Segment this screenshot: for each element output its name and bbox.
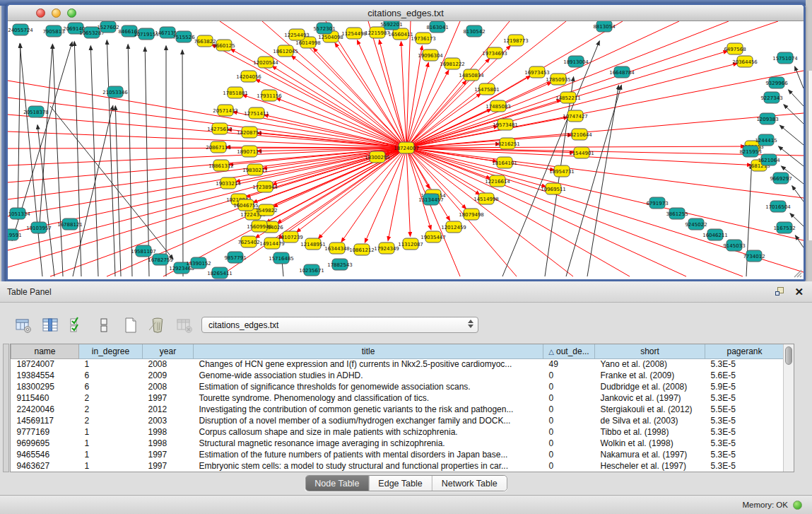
table-cell[interactable]: 0 <box>543 404 595 415</box>
graph-edge[interactable] <box>8 148 406 182</box>
table-cell[interactable]: 1997 <box>143 460 194 472</box>
table-cell[interactable]: Structural magnetic resonance image aver… <box>194 438 543 449</box>
graph-node[interactable]: 19734693 <box>482 47 507 59</box>
table-cell[interactable]: 2008 <box>143 358 194 370</box>
table-cell[interactable]: Embryonic stem cells: a model to study s… <box>194 460 543 472</box>
graph-edge[interactable] <box>335 43 406 148</box>
graph-node[interactable]: 8813054 <box>593 21 616 32</box>
graph-edge[interactable] <box>8 98 406 148</box>
graph-edge[interactable] <box>20 44 42 276</box>
table-cell[interactable]: 1997 <box>143 449 194 460</box>
table-settings-icon[interactable] <box>14 316 32 334</box>
graph-node[interactable]: 1167532 <box>773 222 795 233</box>
close-panel-icon[interactable]: ✕ <box>794 286 804 297</box>
table-cell[interactable]: Investigating the contribution of common… <box>194 404 543 415</box>
table-cell[interactable]: Genome-wide association studies in ADHD. <box>194 370 543 381</box>
table-cell[interactable]: Changes of HCN gene expression and I(f) … <box>194 358 543 370</box>
graph-node[interactable]: 12012459 <box>441 221 466 233</box>
graph-node[interactable]: 12216614 <box>485 175 510 187</box>
table-cell[interactable]: 2 <box>79 404 143 415</box>
graph-node[interactable]: 7905813 <box>42 25 64 37</box>
graph-node[interactable]: 9329966 <box>765 77 788 88</box>
table-cell[interactable]: 1 <box>79 426 143 438</box>
graph-node[interactable]: 16344348 <box>324 243 350 254</box>
graph-node[interactable]: 16648784 <box>609 66 635 78</box>
graph-node[interactable]: 9245022 <box>685 218 707 230</box>
table-cell[interactable]: 9777169 <box>11 426 79 438</box>
window-resize-grip[interactable] <box>792 268 803 279</box>
graph-edge[interactable] <box>256 80 406 148</box>
table-row[interactable]: 1872400712008Changes of HCN gene express… <box>11 358 784 370</box>
graph-node[interactable]: 18861312 <box>208 160 234 171</box>
table-cell[interactable]: 5.9E-5 <box>705 381 784 392</box>
graph-edge[interactable] <box>74 42 81 276</box>
column-visibility-icon[interactable] <box>41 316 59 334</box>
graph-node[interactable]: 19581107 <box>131 245 156 257</box>
table-cell[interactable]: 18724007 <box>11 358 79 370</box>
table-cell[interactable]: 0 <box>543 460 595 472</box>
table-row[interactable]: 1456911722003Disruption of a novel membe… <box>11 415 784 426</box>
graph-edge[interactable] <box>368 21 406 148</box>
graph-edge[interactable] <box>182 50 183 276</box>
graph-node[interactable]: 24055724 <box>8 24 33 35</box>
graph-node[interactable]: 18954731 <box>549 165 575 177</box>
graph-edge[interactable] <box>784 105 804 124</box>
table-cell[interactable]: de Silva et al. (2003) <box>595 415 705 426</box>
delete-column-icon[interactable] <box>148 316 166 334</box>
graph-node[interactable]: 1244415 <box>755 134 777 146</box>
graph-node[interactable]: 10969511 <box>541 183 566 194</box>
graph-node[interactable]: 20867113 <box>206 141 231 153</box>
close-window-button[interactable] <box>36 8 45 18</box>
graph-edge[interactable] <box>406 148 460 276</box>
table-row[interactable]: 2242004622012Investigating the contribut… <box>11 404 784 415</box>
new-column-icon[interactable] <box>122 316 139 334</box>
table-row[interactable]: 969969511998Structural magnetic resonanc… <box>11 438 784 449</box>
graph-edge[interactable] <box>388 148 406 240</box>
graph-node[interactable]: 18612045 <box>273 45 298 57</box>
graph-edge[interactable] <box>39 45 52 234</box>
graph-edge[interactable] <box>406 148 630 276</box>
table-cell[interactable]: 2012 <box>143 404 194 415</box>
table-cell[interactable]: 0 <box>543 392 595 404</box>
table-cell[interactable]: 1 <box>79 460 143 472</box>
graph-node[interactable]: 17016504 <box>765 201 791 212</box>
graph-node[interactable]: 17931156 <box>257 90 282 101</box>
graph-node[interactable]: 7734012 <box>743 250 765 262</box>
graph-node[interactable]: 1209383 <box>756 113 778 124</box>
graph-node[interactable]: 19830211 <box>242 164 268 175</box>
table-cell[interactable]: 1998 <box>143 426 194 438</box>
graph-node[interactable]: 12198773 <box>503 35 529 46</box>
delete-table-icon[interactable] <box>175 316 193 334</box>
graph-node[interactable]: 19103957 <box>26 222 52 233</box>
table-cell[interactable]: 1 <box>79 449 143 460</box>
graph-edge[interactable] <box>406 148 686 276</box>
table-cell[interactable]: 9115460 <box>11 392 79 404</box>
graph-node[interactable]: 17924349 <box>374 243 399 254</box>
graph-node[interactable]: 1621064 <box>758 154 780 165</box>
table-cell[interactable]: Estimation of significance thresholds fo… <box>194 381 543 392</box>
graph-node[interactable]: 9660125 <box>213 40 235 51</box>
graph-node[interactable]: 9857791 <box>224 252 246 263</box>
column-header-title[interactable]: title <box>194 344 543 358</box>
graph-edge[interactable] <box>406 21 411 148</box>
graph-node[interactable]: 11254498 <box>341 28 367 39</box>
zoom-window-button[interactable] <box>67 8 76 18</box>
table-cell[interactable]: 9465546 <box>11 449 79 460</box>
graph-node[interactable]: 10235671 <box>299 264 324 276</box>
table-mode-icon[interactable] <box>95 316 112 334</box>
graph-node[interactable]: 6497568 <box>724 43 746 54</box>
table-cell[interactable]: 19384554 <box>11 370 79 381</box>
table-row[interactable]: 946362711997Embryonic stem cells: a mode… <box>11 460 784 472</box>
select-rows-icon[interactable] <box>68 316 86 334</box>
graph-node[interactable]: 5572301 <box>313 23 335 34</box>
table-cell[interactable]: Dudbridge et al. (2008) <box>595 381 705 392</box>
table-cell[interactable]: Hescheler et al. (1997) <box>595 460 705 472</box>
table-cell[interactable]: 1998 <box>143 438 194 449</box>
graph-node[interactable]: 10747427 <box>563 110 588 122</box>
table-row[interactable]: 1830029562008Estimation of significance … <box>11 381 784 392</box>
tab-network-table[interactable]: Network Table <box>433 476 507 491</box>
table-cell[interactable]: 0 <box>543 381 595 392</box>
graph-node[interactable]: 18265411 <box>207 267 233 279</box>
table-cell[interactable]: 5.3E-5 <box>705 438 784 449</box>
graph-edge[interactable] <box>789 90 804 106</box>
